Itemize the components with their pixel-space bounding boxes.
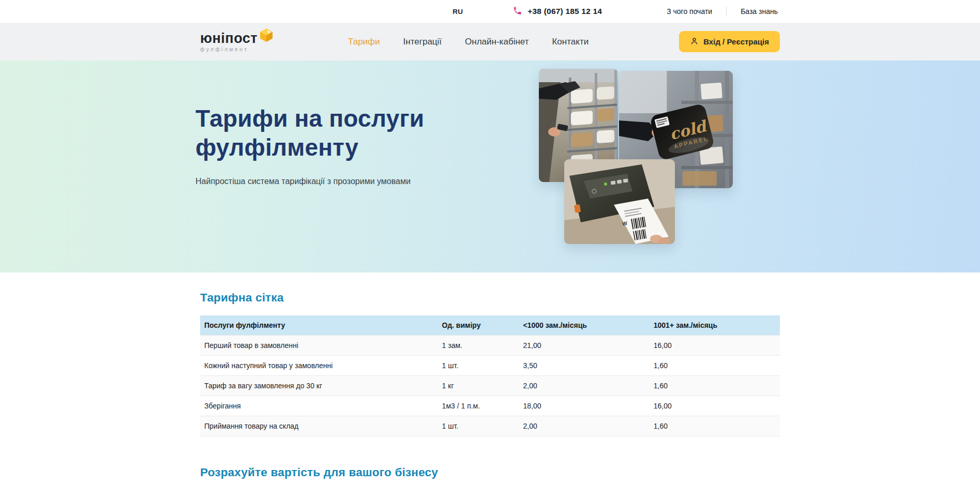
phone-icon [512, 6, 522, 18]
pricing-table-header-row: Послуги фулфілменту Од. виміру <1000 зам… [200, 315, 780, 336]
nav-item-online-cabinet[interactable]: Онлайн-кабінет [465, 37, 529, 47]
page-title: Тарифи на послуги фулфілменту [195, 104, 464, 162]
phone-link[interactable]: +38 (067) 185 12 14 [512, 6, 602, 18]
pricing-cell-service: Перший товар в замовленні [200, 336, 438, 356]
nav-item-tariffs[interactable]: Тарифи [348, 37, 380, 47]
pricing-cell-over1001: 1,60 [650, 376, 780, 396]
pricing-cell-service: Зберігання [200, 396, 438, 416]
pricing-cell-unit: 1 шт. [438, 356, 519, 376]
logo-name: юніпост [200, 32, 258, 46]
calculator-heading: Розрахуйте вартість для вашого бізнесу [200, 466, 780, 479]
topbar-link-knowledge-base[interactable]: База знань [727, 7, 780, 16]
pricing-table-body: Перший товар в замовленні1 зам.21,0016,0… [200, 336, 780, 436]
login-register-label: Вхід / Реєстрація [703, 37, 769, 46]
topbar-link-start[interactable]: З чого почати [653, 7, 726, 16]
hero-section: Тарифи на послуги фулфілменту Найпростіш… [0, 60, 980, 272]
pricing-table-row: Зберігання1м3 / 1 п.м.18,0016,00 [200, 396, 780, 416]
column-header-service: Послуги фулфілменту [200, 315, 438, 336]
nav-item-contacts[interactable]: Контакти [552, 37, 589, 47]
pricing-table-row: Тариф за вагу замовлення до 30 кг1 кг2,0… [200, 376, 780, 396]
logo[interactable]: юніпост фулфілмент [200, 32, 273, 52]
pricing-table-row: Приймання товару на склад1 шт.2,001,60 [200, 416, 780, 436]
topbar: RU +38 (067) 185 12 14 З чого почати Баз… [0, 0, 980, 23]
pricing-cell-unit: 1 кг [438, 376, 519, 396]
pricing-cell-under1000: 18,00 [519, 396, 650, 416]
pricing-table-row: Кожний наступний товар у замовленні1 шт.… [200, 356, 780, 376]
main-nav: Тарифи Інтеграції Онлайн-кабінет Контакт… [348, 37, 589, 47]
pricing-cell-unit: 1м3 / 1 п.м. [438, 396, 519, 416]
hero-photo-collage: cold APPAREL [539, 69, 734, 246]
column-header-over-1001: 1001+ зам./місяць [650, 315, 780, 336]
pricing-cell-service: Тариф за вагу замовлення до 30 кг [200, 376, 438, 396]
pricing-table-row: Перший товар в замовленні1 зам.21,0016,0… [200, 336, 780, 356]
pricing-cell-under1000: 2,00 [519, 416, 650, 436]
logo-tagline: фулфілмент [200, 47, 273, 52]
pricing-cell-under1000: 3,50 [519, 356, 650, 376]
pricing-cell-over1001: 1,60 [650, 416, 780, 436]
column-header-unit: Од. виміру [438, 315, 519, 336]
pricing-cell-unit: 1 зам. [438, 336, 519, 356]
main-header: юніпост фулфілмент Тарифи Інтеграції Онл… [0, 23, 980, 60]
pricing-heading: Тарифна сітка [200, 291, 780, 305]
pricing-cell-over1001: 16,00 [650, 336, 780, 356]
column-header-under-1000: <1000 зам./місяць [519, 315, 650, 336]
phone-number: +38 (067) 185 12 14 [527, 7, 602, 16]
photo-label-printer: W [564, 159, 675, 244]
pricing-cell-unit: 1 шт. [438, 416, 519, 436]
pricing-cell-over1001: 16,00 [650, 396, 780, 416]
page-subtitle: Найпростіша система тарифікації з прозор… [195, 177, 464, 186]
logo-cube-icon [260, 28, 273, 44]
pricing-cell-service: Кожний наступний товар у замовленні [200, 356, 438, 376]
pricing-table: Послуги фулфілменту Од. виміру <1000 зам… [200, 315, 780, 436]
nav-item-integrations[interactable]: Інтеграції [403, 37, 442, 47]
topbar-links: З чого почати База знань [653, 7, 780, 16]
pricing-cell-under1000: 2,00 [519, 376, 650, 396]
pricing-cell-under1000: 21,00 [519, 336, 650, 356]
pricing-section: Тарифна сітка Послуги фулфілменту Од. ви… [0, 272, 980, 479]
language-switcher[interactable]: RU [453, 8, 463, 16]
login-register-button[interactable]: Вхід / Реєстрація [679, 31, 780, 52]
pricing-cell-over1001: 1,60 [650, 356, 780, 376]
user-icon [690, 37, 699, 47]
pricing-cell-service: Приймання товару на склад [200, 416, 438, 436]
